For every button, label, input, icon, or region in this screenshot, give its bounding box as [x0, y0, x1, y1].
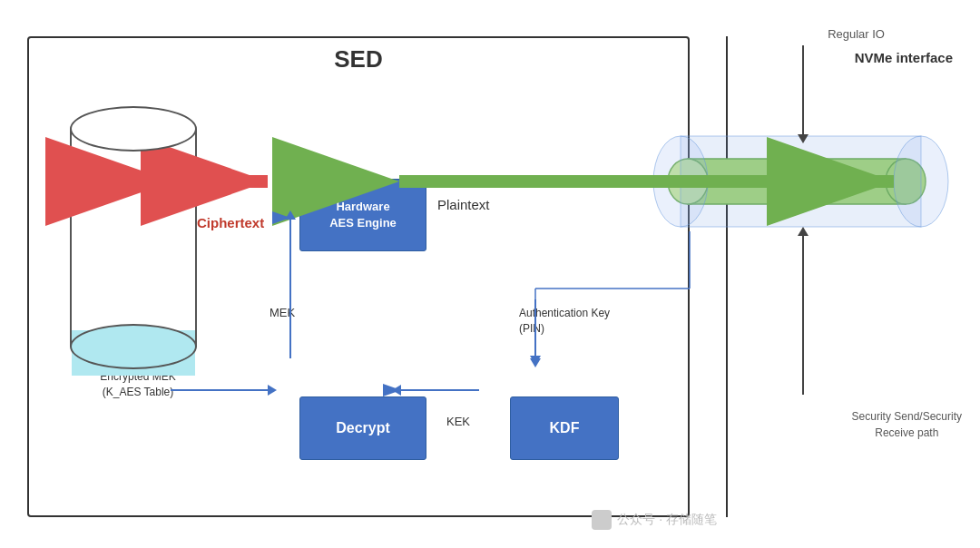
kdf-box: KDF [510, 396, 619, 460]
nvme-interface-label: NVMe interface [855, 50, 953, 65]
decrypt-label: Decrypt [336, 420, 390, 436]
cyl-bottom-ellipse [70, 324, 197, 369]
svg-rect-9 [688, 159, 906, 204]
plaintext-label: Plaintext [437, 197, 490, 212]
svg-marker-31 [798, 134, 808, 143]
svg-point-14 [894, 136, 948, 227]
watermark: 公众号 · 存储随笔 [592, 510, 717, 530]
ciphertext-label: Ciphertext [197, 215, 264, 230]
cyl-top-ellipse [70, 106, 197, 152]
main-container: SED Encrypted MEK(K_AES Table) HardwareA… [0, 0, 980, 548]
regular-io-label: Regular IO [828, 27, 885, 41]
decrypt-box: Decrypt [299, 396, 426, 460]
aes-engine-label: HardwareAES Engine [329, 199, 397, 231]
auth-key-label: Authentication Key(PIN) [519, 306, 610, 337]
security-send-label: Security Send/SecurityReceive path [852, 408, 962, 441]
cyl-body [70, 129, 197, 347]
cylinder [70, 102, 197, 356]
aes-engine-box: HardwareAES Engine [299, 179, 426, 251]
kdf-label: KDF [550, 420, 580, 436]
mek-label: MEK [270, 306, 295, 319]
svg-rect-12 [681, 136, 921, 227]
cylinder-wrap: Encrypted MEK(K_AES Table) [70, 102, 197, 356]
vertical-divider [726, 36, 728, 517]
wechat-icon [592, 510, 612, 530]
svg-marker-33 [798, 227, 808, 236]
sed-box: SED Encrypted MEK(K_AES Table) HardwareA… [27, 36, 690, 517]
sed-title: SED [334, 45, 382, 73]
kek-label: KEK [446, 415, 470, 428]
svg-point-11 [886, 159, 926, 204]
watermark-text: 公众号 · 存储随笔 [617, 512, 717, 528]
